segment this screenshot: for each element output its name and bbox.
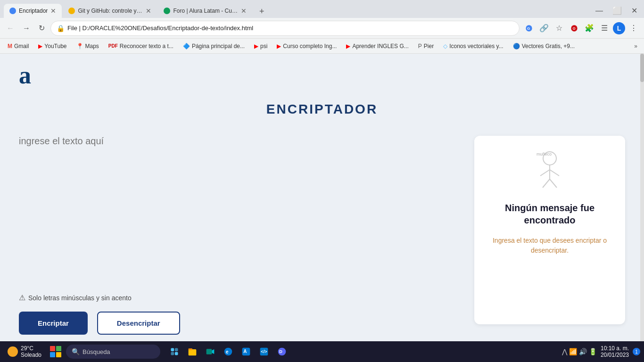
logo-section: a (19, 63, 625, 88)
taskbar-time[interactable]: 10:10 a. m. 20/01/2023 (601, 345, 629, 358)
taskbar-apps: e A </> D (166, 343, 290, 360)
extensions-icon[interactable]: 🧩 (583, 22, 596, 35)
url-input[interactable]: 🔒 File | D:/ORACLE%20ONE/Desafios/Encrip… (50, 21, 520, 36)
bookmark-vectores[interactable]: 🔵 Vectores Gratis, +9... (509, 42, 578, 50)
scroll-thumb[interactable] (640, 54, 644, 82)
taskbar-app-meet[interactable] (202, 343, 219, 360)
network-icon[interactable]: 📶 (569, 348, 577, 355)
svg-text:</>: </> (261, 349, 267, 354)
svg-line-6 (540, 170, 550, 176)
muneco-image: muñeco (531, 150, 569, 194)
encrypt-button[interactable]: Encriptar (19, 312, 88, 335)
opera-icon[interactable]: O (568, 22, 581, 35)
back-button[interactable]: ← (4, 22, 17, 34)
menu-icon[interactable]: ⋮ (627, 22, 640, 35)
taskbar-app-discord[interactable]: D (273, 343, 290, 360)
tab-favicon-3 (164, 8, 170, 14)
refresh-button[interactable]: ↻ (36, 22, 48, 34)
bookmark-curso-label: Curso completo Ing... (283, 43, 337, 49)
bookmark-curso[interactable]: ▶ Curso completo Ing... (273, 42, 340, 50)
star-icon[interactable]: ☆ (553, 22, 566, 35)
search-icon: 🔍 (72, 348, 80, 355)
bookmark-iconos[interactable]: ◇ Iconos vectoriales y... (439, 42, 507, 50)
bookmark-pier[interactable]: P Pier (414, 42, 438, 50)
windows-logo (50, 346, 61, 357)
profile-button[interactable]: L (613, 22, 625, 34)
svg-rect-17 (206, 349, 212, 354)
svg-line-8 (543, 179, 550, 188)
tab-foro[interactable]: Foro | Alura Latam - Cursos onlin... ✕ (158, 4, 252, 18)
logo: a (19, 62, 31, 89)
time-display: 10:10 a. m. (601, 345, 629, 352)
chevron-up-icon[interactable]: ⋀ (562, 348, 567, 355)
decrypt-button[interactable]: Desencriptar (97, 312, 180, 335)
bookmark-maps[interactable]: 📍 Maps (73, 42, 103, 50)
tab-bar: Encriptador ✕ Git y GitHub: controle y c… (0, 0, 644, 18)
svg-marker-18 (212, 349, 214, 354)
share-icon[interactable]: 🔗 (537, 22, 551, 35)
bookmark-gmail[interactable]: M Gmail (4, 42, 33, 50)
taskbar: 29°C Soleado 🔍 Búsqueda (0, 341, 644, 362)
windows-start-button[interactable] (47, 343, 64, 360)
forward-button[interactable]: → (20, 22, 33, 34)
tab-label-3: Foro | Alura Latam - Cursos onlin... (173, 8, 238, 14)
text-input[interactable] (19, 136, 455, 287)
taskbar-search[interactable]: 🔍 Búsqueda (66, 345, 160, 359)
bookmark-gmail-label: Gmail (14, 43, 29, 49)
main-layout: ⚠ Solo letras minúsculas y sin acento En… (19, 136, 625, 335)
taskbar-app-explorer[interactable] (184, 343, 201, 360)
scroll-track[interactable] (640, 54, 644, 362)
date-display: 20/01/2023 (601, 352, 629, 358)
sidebar-icon[interactable]: ☰ (598, 22, 611, 35)
taskbar-system-icons: ⋀ 📶 🔊 🔋 (562, 348, 597, 355)
close-button[interactable]: ✕ (628, 5, 640, 16)
no-message-title: Ningún mensaje fue encontrado (484, 202, 616, 226)
svg-rect-11 (171, 348, 174, 352)
search-placeholder: Búsqueda (83, 348, 110, 355)
bookmark-reconocer[interactable]: PDF Reconocer texto a t... (105, 42, 177, 50)
tab-close-1[interactable]: ✕ (50, 7, 56, 15)
bookmark-pier-label: Pier (424, 43, 434, 49)
bookmark-youtube[interactable]: ▶ YouTube (34, 42, 70, 50)
svg-text:A: A (243, 349, 247, 354)
minimize-button[interactable]: — (593, 6, 606, 16)
bookmarks-bar: M Gmail ▶ YouTube 📍 Maps PDF Reconocer t… (0, 39, 644, 54)
taskbar-weather: 29°C Soleado (4, 345, 45, 358)
tab-close-3[interactable]: ✕ (241, 7, 247, 15)
bookmark-maps-label: Maps (85, 43, 99, 49)
svg-text:D: D (279, 349, 282, 354)
bookmark-iconos-label: Iconos vectoriales y... (449, 43, 504, 49)
volume-icon[interactable]: 🔊 (579, 348, 587, 355)
notification-badge[interactable]: 1 (633, 348, 640, 355)
validation-text: Solo letras minúsculas y sin acento (28, 294, 132, 302)
bookmark-youtube-label: YouTube (44, 43, 66, 49)
taskbar-app-edge[interactable]: e (220, 343, 237, 360)
battery-icon[interactable]: 🔋 (589, 348, 597, 355)
svg-rect-13 (171, 352, 174, 355)
svg-rect-15 (189, 349, 197, 355)
taskbar-app-vscode[interactable]: </> (256, 343, 272, 360)
bookmarks-more[interactable]: » (631, 42, 640, 50)
svg-rect-16 (189, 348, 192, 350)
maximize-button[interactable]: ⬜ (610, 5, 625, 16)
bookmark-aprender[interactable]: ▶ Aprender INGLES G... (342, 42, 412, 50)
info-icon: ⚠ (19, 293, 25, 302)
svg-text:muñeco: muñeco (537, 152, 552, 156)
tab-close-2[interactable]: ✕ (146, 7, 151, 15)
validation-notice: ⚠ Solo letras minúsculas y sin acento (19, 293, 455, 302)
svg-text:e: e (226, 349, 229, 354)
tab-label-1: Encriptador (19, 8, 48, 14)
tab-encriptador[interactable]: Encriptador ✕ (4, 4, 62, 18)
toolbar-icons: G 🔗 ☆ O 🧩 ☰ L ⋮ (522, 22, 640, 35)
taskbar-app-store[interactable]: A (238, 343, 255, 360)
svg-text:G: G (527, 26, 530, 31)
new-tab-button[interactable]: + (255, 5, 268, 18)
bookmark-vectores-label: Vectores Gratis, +9... (522, 43, 575, 49)
tab-git[interactable]: Git y GitHub: controle y compart... ✕ (63, 4, 157, 18)
no-message-subtitle: Ingresa el texto que desees encriptar o … (484, 236, 616, 255)
taskbar-app-widgets[interactable] (166, 343, 183, 360)
tab-favicon-2 (68, 8, 75, 14)
bookmark-pagina[interactable]: 🔷 Página principal de... (179, 42, 248, 50)
bookmark-psi[interactable]: ▶ psi (250, 42, 271, 50)
google-icon[interactable]: G (522, 22, 536, 35)
